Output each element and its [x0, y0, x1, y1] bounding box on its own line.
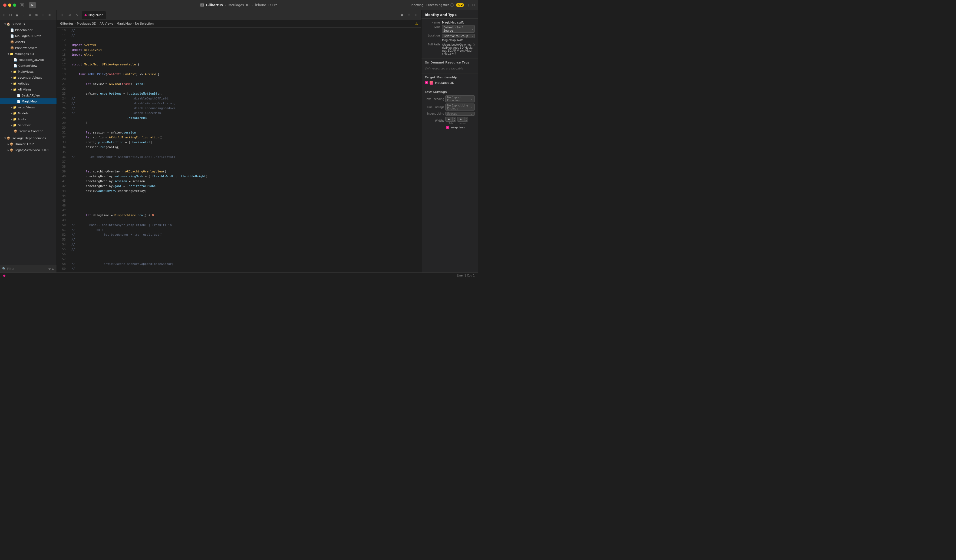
sidebar-icon8[interactable]: ⊕	[47, 12, 52, 18]
sidebar-item-basicarview[interactable]: 📄 BasicARView	[0, 93, 57, 98]
sidebar-item-drawer[interactable]: ▶ 📦 Drawer 1.2.2	[0, 141, 57, 147]
inspector-target-section: Target Membership ✓ Moulages 3D	[421, 74, 478, 88]
sidebar: ⊞ ⊟ ◉ ⚐ ◈ ⧉ ◻ ⊕ ▼ 🏠 Gilbertus 📄 Placehol…	[0, 10, 57, 273]
text-encoding-dropdown[interactable]: No Explicit Encoding ⌄	[445, 96, 475, 102]
sidebar-item-ar-views[interactable]: ▼ 📁 AR Views	[0, 86, 57, 93]
target-name: Moulages 3D	[435, 81, 454, 85]
location-dropdown[interactable]: Relative to Group ⌄	[442, 34, 475, 38]
sidebar-item-moulages3d[interactable]: ▼ 📁 Moulages 3D	[0, 51, 57, 57]
inspector-type-row: Type Default - Swift Source ⌄	[425, 25, 475, 33]
expand-icon[interactable]: ⊡	[20, 3, 24, 7]
add-button[interactable]: +	[466, 2, 470, 8]
sidebar-item-moulages-3dapp[interactable]: 📄 Moulages_3DApp	[0, 57, 57, 63]
sidebar-item-models[interactable]: ▶ 📁 Models	[0, 110, 57, 116]
reveal-icon[interactable]: ⟫	[473, 43, 475, 46]
indent-decrement-icon[interactable]: ▼	[464, 119, 468, 121]
sidebar-icon3[interactable]: ◉	[14, 12, 20, 18]
type-dropdown[interactable]: Default - Swift Source ⌄	[442, 25, 475, 33]
assets-icon: 📦	[14, 129, 17, 133]
sidebar-item-label: microViews	[18, 106, 35, 109]
tab-increment-icon[interactable]: ▲	[453, 117, 456, 119]
sidebar-item-mainviews[interactable]: ▶ 📁 MainViews	[0, 69, 57, 75]
chevron-down-icon: ▼	[4, 137, 6, 140]
indent-label: Indent	[459, 122, 467, 125]
breadcrumb-magicmap[interactable]: MagicMap	[116, 22, 132, 25]
code-editor[interactable]: // // import SwiftUI import RealityKit i…	[68, 28, 421, 273]
sidebar-item-magicmap[interactable]: 📄 MagicMap	[0, 98, 57, 104]
split-horizontal-icon[interactable]: ⇄	[399, 12, 405, 18]
sidebar-item-moulages-info[interactable]: 📄 Moulages-3D-Info	[0, 33, 57, 39]
indent-using-value: Spaces	[447, 112, 457, 115]
sidebar-item-legacyscrollview[interactable]: ▶ 📦 LegacyScrollView 2.0.1	[0, 147, 57, 153]
indent-width-col: 4 ▲ ▼ Indent	[457, 117, 468, 125]
tab-width-stepper[interactable]: 4 ▲ ▼	[445, 117, 456, 122]
indent-stepper-arrows[interactable]: ▲ ▼	[464, 117, 468, 121]
wrap-lines-checkbox[interactable]: ✓	[446, 125, 449, 129]
sidebar-item-microviews[interactable]: ▶ 📁 microViews	[0, 104, 57, 110]
close-button[interactable]	[3, 3, 6, 7]
fullscreen-button[interactable]	[13, 3, 16, 7]
chevron-right-icon: ▶	[8, 143, 9, 146]
list-icon[interactable]: ☰	[406, 12, 412, 18]
statusbar: Line: 1 Col: 1	[0, 273, 478, 278]
indent-using-row: Indent Using Spaces ⌄	[425, 111, 475, 116]
grid-view-icon[interactable]: ⊞	[59, 12, 65, 18]
breadcrumb-no-selection[interactable]: No Selection	[135, 22, 154, 25]
indent-width-stepper[interactable]: 4 ▲ ▼	[457, 117, 468, 122]
sidebar-icon2[interactable]: ⊟	[8, 12, 14, 18]
sidebar-item-assets[interactable]: 📦 Assets	[0, 39, 57, 45]
tab-decrement-icon[interactable]: ▼	[453, 119, 456, 121]
sidebar-item-label: ContentView	[18, 64, 37, 67]
text-settings-title: Text Settings	[425, 90, 475, 94]
sidebar-icon5[interactable]: ◈	[27, 12, 33, 18]
back-icon[interactable]: ◁	[66, 12, 72, 18]
forward-icon[interactable]: ▷	[74, 12, 80, 18]
chevron-down-icon: ▼	[8, 53, 9, 55]
sidebar-item-label: Preview Content	[18, 129, 43, 133]
sidebar-item-contentview[interactable]: 📄 ContentView	[0, 63, 57, 69]
cursor-position: Line: 1 Col: 1	[457, 274, 475, 277]
sidebar-item-sandbox[interactable]: ▶ 📁 Sandbox	[0, 122, 57, 128]
panel-toggle-icon[interactable]: ⊡	[472, 3, 475, 7]
project-name: Moulages 3D	[228, 3, 249, 7]
breadcrumb-gilbertus[interactable]: Gilbertus	[60, 22, 74, 25]
sidebar-item-gilbertus[interactable]: ▼ 🏠 Gilbertus	[0, 21, 57, 27]
settings-icon[interactable]: ⊟	[52, 267, 54, 271]
folder-icon: 📁	[13, 106, 17, 109]
breadcrumb-ar-views[interactable]: AR Views	[99, 22, 113, 25]
device-name: iPhone 13 Pro	[255, 3, 277, 7]
sidebar-icon6[interactable]: ⧉	[33, 12, 39, 18]
sidebar-item-fonts[interactable]: ▶ 📁 Fonts	[0, 116, 57, 122]
indent-using-dropdown[interactable]: Spaces ⌄	[445, 111, 475, 116]
sidebar-item-placeholder[interactable]: 📄 Placeholder	[0, 27, 57, 33]
text-encoding-value: No Explicit Encoding	[447, 96, 470, 102]
canvas-icon[interactable]: ⊡	[413, 12, 419, 18]
sidebar-item-articles[interactable]: ▶ 📁 Articles	[0, 80, 57, 86]
chevron-right-icon: ▶	[11, 106, 13, 109]
sidebar-icon1[interactable]: ⊞	[1, 12, 7, 18]
sidebar-item-pkg-deps[interactable]: ▼ 📦 Package Dependencies	[0, 135, 57, 141]
indent-increment-icon[interactable]: ▲	[464, 117, 468, 119]
sidebar-item-preview-assets[interactable]: 📦 Preview Assets	[0, 45, 57, 51]
tab-label: Tab	[448, 122, 453, 125]
line-endings-dropdown[interactable]: No Explicit Line Endings ⌄	[445, 104, 475, 111]
chevron-right-icon: ▶	[11, 71, 13, 73]
warning-badge[interactable]: ⚠ 2	[456, 3, 464, 7]
editor-tab-magicmap[interactable]: ● MagicMap	[82, 11, 106, 19]
chevron-right-icon: ▶	[11, 112, 13, 115]
wrap-lines-label: Wrap lines	[451, 126, 465, 129]
sidebar-item-preview-content[interactable]: 📦 Preview Content	[0, 128, 57, 134]
sort-icon[interactable]: ⊕	[49, 267, 51, 271]
indexing-label: Indexing | Processing files	[410, 3, 449, 7]
sidebar-item-secondaryviews[interactable]: ▶ 📁 secondaryViews	[0, 75, 57, 80]
breadcrumb-moulages3d[interactable]: Moulages 3D	[77, 22, 96, 25]
sidebar-item-label: Placeholder	[15, 28, 33, 32]
editor-toolbar: ⊞ ◁ ▷ ● MagicMap ⇄ ☰ ⊡	[57, 10, 421, 20]
sidebar-icon4[interactable]: ⚐	[20, 12, 27, 18]
folder-icon: 📁	[13, 88, 17, 91]
minimize-button[interactable]	[8, 3, 11, 7]
sidebar-icon7[interactable]: ◻	[40, 12, 46, 18]
play-button[interactable]: ▶	[29, 2, 36, 8]
target-checkbox[interactable]: ✓	[425, 81, 428, 84]
tab-stepper-arrows[interactable]: ▲ ▼	[452, 117, 456, 121]
